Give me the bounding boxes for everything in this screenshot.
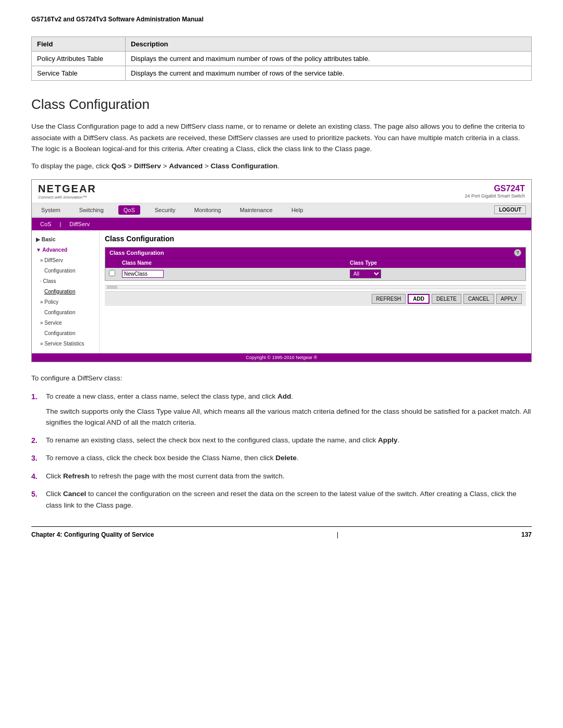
page-footer: Chapter 4: Configuring Quality of Servic…	[31, 526, 532, 538]
nav-system[interactable]: System	[37, 205, 65, 215]
table-new-row: All	[106, 267, 525, 280]
ng-buttons: REFRESH ADD DELETE CANCEL APPLY	[105, 291, 526, 306]
sidebar-policy[interactable]: » Policy	[39, 297, 96, 307]
step-number: 2.	[31, 435, 41, 446]
nav-qos[interactable]: QoS	[118, 205, 140, 215]
classtype-select[interactable]: All	[350, 269, 381, 278]
table-row: Policy Attributes TableDisplays the curr…	[32, 52, 532, 66]
sidebar-advanced[interactable]: ▼ Advanced	[35, 245, 96, 255]
table-classname-header: Class Name	[119, 258, 347, 267]
step-text: To remove a class, click the check box b…	[46, 452, 532, 464]
ng-subnav: CoS | DiffServ	[32, 218, 531, 230]
help-icon[interactable]: ?	[514, 249, 521, 256]
ng-class-table: Class Name Class Type	[105, 258, 525, 280]
new-row-checkbox[interactable]	[109, 270, 115, 276]
ng-logo: NETGEAR Connect with Innovation™	[38, 183, 96, 200]
ng-panel-title: Class Configuration	[105, 235, 526, 243]
table-classtype-header: Class Type	[346, 258, 525, 267]
sidebar-basic[interactable]: ▶ Basic	[35, 235, 96, 245]
sidebar-service[interactable]: » Service	[39, 318, 96, 328]
step-text: To create a new class, enter a class nam…	[46, 391, 532, 402]
sidebar-service-config[interactable]: Configuration	[43, 328, 96, 339]
delete-button[interactable]: DELETE	[432, 294, 461, 304]
footer-separator: |	[337, 531, 338, 538]
step-text: To rename an existing class, select the …	[46, 435, 532, 446]
ng-navbar: System Switching QoS Security Monitoring…	[32, 203, 531, 218]
nav-maintenance[interactable]: Maintenance	[236, 205, 277, 215]
ng-main: Class Configuration Class Configuration …	[100, 230, 531, 353]
refresh-button[interactable]: REFRESH	[372, 294, 406, 304]
nav-instruction: To display the page, click QoS > DiffSer…	[31, 162, 532, 170]
new-row-classname-cell	[119, 267, 347, 280]
footer-chapter: Chapter 4: Configuring Quality of Servic…	[31, 531, 154, 538]
step-number: 3.	[31, 452, 41, 464]
add-button[interactable]: ADD	[408, 294, 430, 304]
nav-security[interactable]: Security	[151, 205, 180, 215]
sidebar-policy-config[interactable]: Configuration	[43, 307, 96, 318]
description-cell: Displays the current and maximum number …	[126, 66, 532, 81]
footer-page-num: 137	[521, 531, 532, 538]
subnav-sep: |	[59, 220, 61, 228]
ng-sidebar: ▶ Basic ▼ Advanced » DiffServ Configurat…	[32, 230, 100, 353]
ng-footer: Copyright © 1995-2010 Netgear ®	[32, 353, 531, 362]
logout-button[interactable]: LOGOUT	[494, 205, 526, 214]
nav-help[interactable]: Help	[287, 205, 308, 215]
ng-model: GS724T 24 Port Gigabit Smart Switch	[464, 184, 525, 199]
sidebar-service-stats[interactable]: » Service Statistics	[39, 339, 96, 349]
ng-topbar: NETGEAR Connect with Innovation™ GS724T …	[32, 180, 531, 203]
new-row-classtype-cell: All	[346, 267, 525, 280]
list-item: 3.To remove a class, click the check box…	[31, 452, 532, 464]
table-checkbox-col	[106, 258, 119, 267]
apply-button[interactable]: APPLY	[496, 294, 522, 304]
section-title: Class Configuration	[31, 96, 532, 113]
step-text: Click Refresh to refresh the page with t…	[46, 471, 532, 482]
ng-logo-tagline: Connect with Innovation™	[38, 195, 96, 200]
header-title: GS716Tv2 and GS724Tv3 Software Administr…	[31, 16, 203, 23]
list-item: 1.To create a new class, enter a class n…	[31, 391, 532, 402]
steps-list: 1.To create a new class, enter a class n…	[31, 391, 532, 511]
list-item: 4.Click Refresh to refresh the page with…	[31, 471, 532, 482]
step-number: 4.	[31, 471, 41, 482]
nav-switching[interactable]: Switching	[75, 205, 108, 215]
ng-model-name: GS724T	[464, 184, 525, 193]
field-cell: Service Table	[32, 66, 126, 81]
sidebar-class-config[interactable]: Configuration	[43, 287, 96, 297]
step-number: 1.	[31, 391, 41, 402]
subnav-cos[interactable]: CoS	[37, 220, 54, 228]
sidebar-diffserv-config[interactable]: Configuration	[43, 266, 96, 276]
subnav-diffserv[interactable]: DiffServ	[66, 220, 93, 228]
description-cell: Displays the current and maximum number …	[126, 52, 532, 66]
new-row-checkbox-cell	[106, 267, 119, 280]
inner-panel-title: Class Configuration	[109, 250, 164, 256]
ng-inner-panel-header: Class Configuration ?	[105, 248, 525, 258]
sidebar-diffserv[interactable]: » DiffServ	[39, 255, 96, 266]
page-header: GS716Tv2 and GS724Tv3 Software Administr…	[31, 16, 532, 26]
horizontal-scrollbar[interactable]	[105, 285, 526, 289]
ng-inner-panel: Class Configuration ? Class Name Class T…	[105, 247, 526, 281]
section-body: Use the Class Configuration page to add …	[31, 121, 532, 155]
ng-logo-text: NETGEAR	[38, 183, 96, 195]
nav-monitoring[interactable]: Monitoring	[190, 205, 225, 215]
scroll-thumb	[107, 286, 117, 289]
table-col-description: Description	[126, 37, 532, 52]
step-number: 5.	[31, 488, 41, 511]
cancel-button[interactable]: CANCEL	[463, 294, 494, 304]
list-item: 2.To rename an existing class, select th…	[31, 435, 532, 446]
ui-screenshot: NETGEAR Connect with Innovation™ GS724T …	[31, 179, 532, 362]
ng-model-desc: 24 Port Gigabit Smart Switch	[464, 193, 525, 199]
info-table: Field Description Policy Attributes Tabl…	[31, 36, 532, 81]
step-text: Click Cancel to cancel the configuration…	[46, 488, 532, 511]
step-sub-text: The switch supports only the Class Type …	[46, 406, 532, 428]
table-row: Service TableDisplays the current and ma…	[32, 66, 532, 81]
ng-content: ▶ Basic ▼ Advanced » DiffServ Configurat…	[32, 230, 531, 353]
table-col-field: Field	[32, 37, 126, 52]
configure-intro: To configure a DiffServ class:	[31, 373, 532, 384]
list-item: 5.Click Cancel to cancel the configurati…	[31, 488, 532, 511]
field-cell: Policy Attributes Table	[32, 52, 126, 66]
sidebar-class[interactable]: · Class	[39, 276, 96, 287]
classname-input[interactable]	[122, 270, 164, 278]
